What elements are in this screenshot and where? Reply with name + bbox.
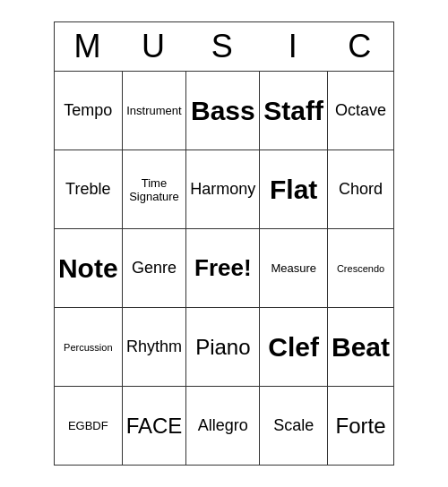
col-header-m: M <box>54 22 122 72</box>
col-header-i: I <box>260 22 328 72</box>
cell-text-1-1: TimeSignature <box>126 176 183 203</box>
cell-1-4: Chord <box>328 150 394 229</box>
cell-text-2-4: Crescendo <box>332 263 390 274</box>
cell-2-0: Note <box>54 229 122 308</box>
cell-3-1: Rhythm <box>122 308 186 387</box>
cell-text-4-2: Allegro <box>190 416 255 435</box>
cell-3-2: Piano <box>186 308 260 387</box>
cell-text-4-1: FACE <box>126 414 183 439</box>
cell-text-1-3: Flat <box>263 175 323 205</box>
cell-1-1: TimeSignature <box>122 150 186 229</box>
grid-row-4: EGBDFFACEAllegroScaleForte <box>54 387 393 466</box>
cell-text-3-1: Rhythm <box>126 337 183 356</box>
col-header-s: S <box>186 22 260 72</box>
grid-row-3: PercussionRhythmPianoClefBeat <box>54 308 393 387</box>
cell-0-2: Bass <box>186 72 260 150</box>
cell-text-2-0: Note <box>58 253 118 284</box>
cell-0-3: Staff <box>260 72 328 150</box>
cell-3-3: Clef <box>260 308 328 387</box>
cell-2-4: Crescendo <box>328 229 394 308</box>
cell-text-0-1: Instrument <box>126 104 183 117</box>
cell-4-4: Forte <box>328 387 394 466</box>
cell-text-2-2: Free! <box>190 254 255 282</box>
cell-4-3: Scale <box>260 387 328 466</box>
cell-text-4-0: EGBDF <box>58 419 118 432</box>
cell-text-0-4: Octave <box>332 101 390 120</box>
cell-1-2: Harmony <box>186 150 260 229</box>
cell-text-4-3: Scale <box>263 416 323 435</box>
cell-text-1-4: Chord <box>332 180 390 199</box>
cell-4-0: EGBDF <box>54 387 122 466</box>
col-header-c: C <box>328 22 394 72</box>
cell-text-0-2: Bass <box>190 96 255 126</box>
grid-row-1: TrebleTimeSignatureHarmonyFlatChord <box>54 150 393 229</box>
cell-0-4: Octave <box>328 72 394 150</box>
cell-text-3-3: Clef <box>263 332 323 363</box>
cell-2-2: Free! <box>186 229 260 308</box>
cell-1-3: Flat <box>260 150 328 229</box>
grid-row-0: TempoInstrumentBassStaffOctave <box>54 72 393 150</box>
grid-row-2: NoteGenreFree!MeasureCrescendo <box>54 229 393 308</box>
cell-text-1-2: Harmony <box>190 180 255 199</box>
cell-3-0: Percussion <box>54 308 122 387</box>
cell-4-1: FACE <box>122 387 186 466</box>
cell-0-1: Instrument <box>122 72 186 150</box>
cell-4-2: Allegro <box>186 387 260 466</box>
cell-text-3-0: Percussion <box>58 342 118 353</box>
cell-text-3-2: Piano <box>190 335 255 360</box>
cell-text-0-3: Staff <box>263 96 323 126</box>
header-row: MUSIC <box>54 22 393 72</box>
cell-3-4: Beat <box>328 308 394 387</box>
cell-2-3: Measure <box>260 229 328 308</box>
cell-text-1-0: Treble <box>58 180 118 199</box>
cell-text-2-3: Measure <box>263 261 323 275</box>
cell-0-0: Tempo <box>54 72 122 150</box>
cell-text-0-0: Tempo <box>58 101 118 120</box>
cell-1-0: Treble <box>54 150 122 229</box>
cell-text-3-4: Beat <box>332 332 390 363</box>
col-header-u: U <box>122 22 186 72</box>
cell-text-2-1: Genre <box>126 259 183 278</box>
cell-text-4-4: Forte <box>332 414 390 439</box>
cell-2-1: Genre <box>122 229 186 308</box>
bingo-grid: MUSIC TempoInstrumentBassStaffOctaveTreb… <box>54 21 394 466</box>
